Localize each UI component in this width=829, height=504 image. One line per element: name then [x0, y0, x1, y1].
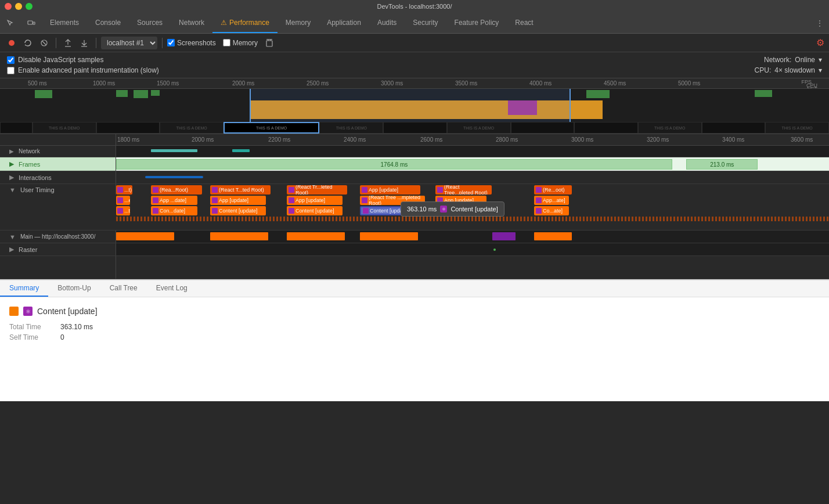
tab-audits[interactable]: Audits: [369, 13, 405, 33]
download-button[interactable]: [77, 36, 91, 50]
tab-feature-policy[interactable]: Feature Policy: [446, 13, 507, 33]
cpu-field: CPU: 4× slowdown ▾: [755, 66, 822, 74]
main-block-5: [534, 232, 572, 240]
tab-elements[interactable]: Elements: [42, 13, 87, 33]
ut-row1-0[interactable]: ...t): [116, 185, 132, 195]
profile-select[interactable]: localhost #1: [101, 37, 157, 49]
tab-application[interactable]: Application: [319, 13, 369, 33]
tab-summary[interactable]: Summary: [0, 280, 48, 297]
gear-icon[interactable]: ⚙: [816, 37, 824, 48]
disable-js-checkbox[interactable]: [7, 56, 15, 64]
device-toolbar-icon[interactable]: [21, 13, 42, 33]
svg-line-5: [42, 41, 46, 45]
ss-thumb: [0, 122, 33, 134]
close-button[interactable]: [5, 3, 12, 10]
ss-thumb-demo4: THIS IS A DEMO: [447, 122, 511, 134]
main-block-4: [360, 232, 418, 240]
tab-security[interactable]: Security: [405, 13, 446, 33]
timeline-tracks: ▶ Network ▶ Frames 1764.8 ms 213.0 ms ▶ …: [0, 146, 829, 279]
self-time-row: Self Time 0: [9, 333, 820, 341]
ut-row3-3[interactable]: Content [update]: [287, 206, 343, 215]
ut-row3-2[interactable]: Content [update]: [210, 206, 266, 215]
ut-row2-3[interactable]: App [update]: [287, 196, 343, 205]
detail-tick-2600: 2600 ms: [420, 136, 442, 143]
tab-call-tree[interactable]: Call Tree: [100, 280, 147, 297]
ut-row2-1[interactable]: App ...date]: [151, 196, 197, 205]
cpu-dropdown-icon[interactable]: ▾: [819, 66, 822, 74]
fps-bar-2: [116, 90, 128, 97]
tooltip-react-icon: ⚛: [440, 206, 447, 213]
disable-js-label[interactable]: Disable JavaScript samples: [7, 56, 103, 64]
screenshots-checkbox[interactable]: [167, 39, 175, 46]
frames-expand-icon[interactable]: ▶: [9, 160, 14, 168]
ut-row1-1[interactable]: (Rea...Root): [151, 185, 202, 195]
ut-row2-6[interactable]: App...ate]: [534, 196, 569, 205]
raster-track: ▶ Raster: [0, 243, 829, 256]
main-track: ▼ Main — http://localhost:3000/: [0, 231, 829, 243]
memory-checkbox-label[interactable]: Memory: [223, 39, 258, 47]
tab-network[interactable]: Network: [171, 13, 212, 33]
ut-row1-4[interactable]: App [update]: [360, 185, 420, 195]
tab-react[interactable]: React: [507, 13, 541, 33]
more-tabs-icon[interactable]: ⋮: [810, 13, 829, 33]
raster-expand-icon[interactable]: ▶: [9, 246, 14, 253]
ss-thumb-6: [702, 122, 766, 134]
ut-row2-0[interactable]: ...e]: [116, 196, 130, 205]
ruler-tick-500: 500 ms: [28, 80, 47, 87]
ut-row3-6[interactable]: Co...ate]: [534, 206, 569, 215]
ss-thumb-selected: THIS IS A DEMO: [224, 122, 320, 134]
tab-performance[interactable]: ⚠ Performance: [212, 13, 277, 33]
separator: [56, 38, 56, 48]
overview-chart[interactable]: THIS IS A DEMO THIS IS A DEMO THIS IS A …: [0, 89, 829, 134]
ut-row3-0[interactable]: ...t]: [116, 206, 130, 215]
inspect-icon[interactable]: [0, 13, 21, 33]
svg-point-2: [9, 40, 15, 46]
ut-row2-2[interactable]: App [update]: [210, 196, 266, 205]
overview-ruler: 500 ms 1000 ms 1500 ms 2000 ms 2500 ms 3…: [0, 78, 829, 89]
tab-event-log[interactable]: Event Log: [147, 280, 197, 297]
interactions-track: ▶ Interactions: [0, 171, 829, 184]
minimize-button[interactable]: [15, 3, 22, 10]
tab-memory[interactable]: Memory: [277, 13, 319, 33]
detail-tick-3600: 3600 ms: [791, 136, 813, 143]
ss-thumb-5: [574, 122, 638, 134]
titlebar: DevTools - localhost:3000/: [0, 0, 829, 13]
frame-block-2[interactable]: 213.0 ms: [686, 159, 758, 170]
frame-block-1[interactable]: 1764.8 ms: [116, 159, 672, 170]
svg-rect-8: [266, 41, 272, 46]
tab-bottom-up[interactable]: Bottom-Up: [48, 280, 100, 297]
record-button[interactable]: [5, 36, 19, 50]
delete-button[interactable]: [262, 36, 276, 50]
reload-button[interactable]: [21, 36, 35, 50]
ut-row1-3[interactable]: (React Tr...leted Root): [287, 185, 347, 195]
ruler-tick-1500: 1500 ms: [157, 80, 179, 87]
empty-track: [0, 256, 829, 279]
warning-icon: ⚠: [221, 19, 227, 27]
main-expand-icon[interactable]: ▼: [9, 233, 16, 240]
network-expand-icon[interactable]: ▶: [9, 148, 14, 154]
interactions-expand-icon[interactable]: ▶: [9, 174, 14, 181]
tab-sources[interactable]: Sources: [129, 13, 171, 33]
memory-checkbox[interactable]: [223, 39, 230, 46]
maximize-button[interactable]: [26, 3, 33, 10]
clear-button[interactable]: [37, 36, 51, 50]
separator3: [162, 38, 163, 48]
detail-tick-3000: 3000 ms: [571, 136, 593, 143]
ut-row1-6[interactable]: (Re...oot): [534, 185, 572, 195]
tab-console[interactable]: Console: [87, 13, 129, 33]
ut-row3-1[interactable]: Con...date]: [151, 206, 197, 215]
upload-button[interactable]: [61, 36, 75, 50]
user-timing-expand-icon[interactable]: ▼: [9, 186, 16, 193]
ut-row1-2[interactable]: (React T...ted Root): [210, 185, 271, 195]
ruler-tick-1000: 1000 ms: [93, 80, 115, 87]
bottom-panel: Summary Bottom-Up Call Tree Event Log ⚛ …: [0, 279, 829, 401]
screenshots-checkbox-label[interactable]: Screenshots: [167, 39, 216, 47]
fps-bar-4: [151, 90, 160, 96]
network-dropdown-icon[interactable]: ▾: [819, 56, 822, 64]
network-bar-2: [232, 149, 250, 152]
enable-paint-label[interactable]: Enable advanced paint instrumentation (s…: [7, 66, 159, 74]
enable-paint-checkbox[interactable]: [7, 67, 15, 74]
user-timing-label: ▼ User Timing: [0, 184, 116, 195]
ruler-tick-3500: 3500 ms: [455, 80, 477, 87]
ut-row1-5[interactable]: (React Tree...pleted Root): [435, 185, 492, 195]
